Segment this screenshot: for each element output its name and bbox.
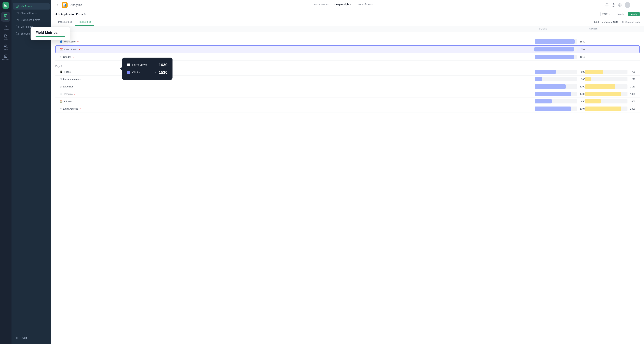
tab-deep-insights[interactable]: Deep Insights bbox=[334, 3, 351, 7]
sidebar-trash-label: Trash bbox=[20, 336, 27, 339]
starts-bar-your-name bbox=[585, 39, 636, 44]
table-row: ✉ Email Address ★ 1397 1390 bbox=[55, 105, 640, 112]
svg-point-11 bbox=[5, 45, 6, 46]
field-name-resume: 📄 Resume ★ bbox=[60, 93, 535, 95]
table-row: 🏠 Address 650 600 bbox=[55, 98, 640, 105]
person-icon: 👤 bbox=[60, 40, 62, 43]
required-indicator: ★ bbox=[72, 56, 74, 58]
nav-item-forms[interactable]: Forms bbox=[1, 12, 10, 22]
sidebar-item-trash[interactable]: Trash bbox=[13, 334, 50, 341]
nav-item-users[interactable]: Users bbox=[1, 43, 10, 52]
clicks-bar-address: 650 bbox=[535, 99, 585, 103]
app-logo bbox=[2, 2, 9, 9]
nav-users-label: Users bbox=[4, 48, 8, 50]
nav-item-approvals[interactable]: Approvals bbox=[1, 53, 10, 62]
starts-bar-email: 1390 bbox=[585, 106, 636, 111]
month-button[interactable]: Month bbox=[615, 12, 626, 16]
tab-form-metrics[interactable]: Form Metrics bbox=[314, 3, 329, 7]
col-fields: FIELDS bbox=[55, 28, 539, 30]
starts-bar-phone: 700 bbox=[585, 70, 636, 74]
nav-item-tasks[interactable]: Tasks bbox=[1, 32, 10, 42]
analytics-tabs: Page Metrics Field Metrics Total Form Vi… bbox=[51, 18, 644, 26]
avatar[interactable] bbox=[624, 2, 630, 8]
search-icon bbox=[622, 21, 624, 23]
main-content: 📊 Analytics Form Metrics Deep Insights D… bbox=[51, 0, 644, 344]
year-value: 2022 bbox=[602, 13, 608, 16]
clicks-bar-phone: 800 bbox=[535, 70, 585, 74]
starts-bar-leisure: 220 bbox=[585, 77, 636, 81]
table-row: ⊟ Education 1200 1160 bbox=[55, 83, 640, 90]
more-options-button[interactable]: ⋯ bbox=[636, 3, 640, 7]
clicks-bar-leisure: 300 bbox=[535, 77, 585, 81]
required-indicator: ★ bbox=[78, 48, 80, 50]
table-row: 📄 Resume ★ 1400 1398 bbox=[55, 90, 640, 98]
calendar-icon: 📅 bbox=[60, 48, 63, 51]
chevron-down-icon bbox=[608, 13, 611, 16]
nav-item-reports[interactable]: Reports bbox=[1, 22, 10, 32]
tooltip-arrow bbox=[120, 67, 122, 71]
starts-bar-address: 600 bbox=[585, 99, 636, 103]
tooltip-clicks-value: 1530 bbox=[159, 70, 168, 75]
analytics-icon: 📊 bbox=[62, 2, 68, 8]
col-clicks: CLICKS bbox=[539, 28, 590, 30]
icon-navigation: Forms Reports Tasks Users Approvals bbox=[0, 0, 12, 344]
tab-field-metrics[interactable]: Field Metrics bbox=[75, 18, 94, 26]
nav-tasks-label: Tasks bbox=[4, 38, 8, 40]
year-selector: 2022 Month Yearly bbox=[600, 12, 640, 16]
field-metrics-popup: Field Metrics bbox=[30, 27, 70, 40]
clicks-bar-dob: 1530 bbox=[534, 47, 585, 52]
settings-icon[interactable] bbox=[618, 3, 622, 7]
required-indicator: ★ bbox=[74, 93, 76, 95]
page-1-label: Page 1 bbox=[55, 33, 640, 38]
starts-bar-resume: 1398 bbox=[585, 92, 636, 96]
svg-point-21 bbox=[17, 20, 18, 20]
sidebar-item-shared-forms[interactable]: Shared Forms bbox=[13, 10, 50, 16]
clicks-bar-your-name: 1540 bbox=[535, 39, 585, 44]
radio-icon: ⊙ bbox=[60, 56, 62, 58]
tooltip-form-views-row: Form views - 1639 bbox=[127, 61, 168, 69]
sidebar-shared-forms-label: Shared Forms bbox=[20, 12, 36, 15]
refresh-icon[interactable]: ↻ bbox=[84, 13, 86, 16]
field-name-your-name: 👤 Your Name ★ bbox=[60, 40, 535, 43]
sidebar-item-my-forms[interactable]: My Forms bbox=[13, 3, 50, 10]
svg-point-26 bbox=[622, 21, 624, 23]
clicks-bar-email: 1397 bbox=[535, 106, 585, 111]
year-dropdown[interactable]: 2022 bbox=[600, 12, 613, 16]
checkbox-icon: ☐ bbox=[60, 78, 62, 81]
field-name-education: ⊟ Education bbox=[60, 85, 535, 88]
notification-icon[interactable] bbox=[612, 3, 615, 7]
nav-reports-label: Reports bbox=[3, 28, 8, 30]
sidebar-org-forms-label: Org Users' Forms bbox=[20, 19, 40, 22]
topbar-icons bbox=[605, 2, 630, 8]
clicks-bar-education: 1200 bbox=[535, 84, 585, 89]
tab-page-metrics[interactable]: Page Metrics bbox=[55, 18, 75, 26]
nav-forms-label: Forms bbox=[4, 18, 8, 20]
svg-point-25 bbox=[620, 5, 620, 6]
form-title: Job Application Form ↻ bbox=[55, 13, 86, 16]
tab-drop-off-count[interactable]: Drop-off Count bbox=[357, 3, 373, 7]
phone-icon: 📱 bbox=[60, 71, 62, 73]
email-icon: ✉ bbox=[60, 107, 62, 110]
analytics-title: Analytics bbox=[70, 4, 82, 7]
tooltip-clicks-label: Clicks bbox=[132, 71, 152, 74]
total-views: Total Form Views: 1639 bbox=[594, 21, 618, 23]
topbar: 📊 Analytics Form Metrics Deep Insights D… bbox=[51, 0, 644, 10]
sidebar: My Forms Shared Forms Org Users' Forms M… bbox=[12, 0, 51, 344]
tooltip-clicks-dot bbox=[127, 71, 130, 74]
table-row: 👤 Your Name ★ 1540 bbox=[55, 38, 640, 45]
sidebar-my-forms-label: My Forms bbox=[20, 5, 32, 8]
sidebar-item-org-users-forms[interactable]: Org Users' Forms bbox=[13, 17, 50, 23]
dropdown-icon: ⊟ bbox=[60, 85, 62, 88]
main-tab-nav: Form Metrics Deep Insights Drop-off Coun… bbox=[314, 3, 373, 7]
svg-line-27 bbox=[624, 23, 624, 23]
clicks-bar-gender: 1510 bbox=[535, 55, 585, 59]
starts-bar-education: 1160 bbox=[585, 84, 636, 89]
search-fields[interactable]: Search Fields bbox=[622, 21, 640, 23]
nav-approvals-label: Approvals bbox=[2, 59, 9, 60]
back-button[interactable] bbox=[55, 3, 59, 7]
bell-icon[interactable] bbox=[605, 3, 609, 7]
subheader: Job Application Form ↻ 2022 Month Yearly bbox=[51, 10, 644, 18]
tooltip-clicks-row: Clicks - 1530 bbox=[127, 69, 168, 76]
yearly-button[interactable]: Yearly bbox=[628, 12, 640, 16]
required-indicator: ★ bbox=[80, 108, 81, 110]
